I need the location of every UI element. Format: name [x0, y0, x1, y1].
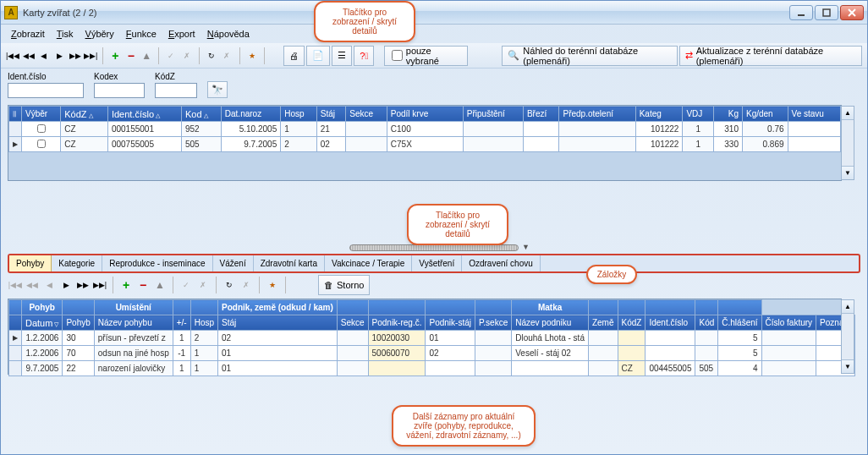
- col-sekce[interactable]: Sekce: [346, 107, 387, 122]
- main-toolbar: |◀◀ ◀◀ ◀ ▶ ▶▶ ▶▶| + − ▲ ✓ ✗ ↻ ✗ ★ 🖨 📄 ☰ …: [1, 43, 867, 69]
- table-row[interactable]: ▶ CZ 000755005 505 9.7.2005 2 02 C75X 10…: [9, 137, 841, 152]
- dcol-kod[interactable]: Kód: [695, 315, 718, 331]
- tab-pohyby[interactable]: Pohyby: [9, 255, 52, 271]
- ident-input[interactable]: [8, 83, 84, 98]
- terrain-update-button[interactable]: ⇄Aktualizace z terénní databáze (plemená…: [679, 46, 862, 66]
- nav-next-page[interactable]: ▶▶: [69, 47, 82, 64]
- dcol-hosp[interactable]: Hosp: [190, 315, 217, 331]
- help-button[interactable]: ?⃒: [354, 46, 374, 66]
- update-icon: ⇄: [685, 50, 693, 61]
- callout-records: Další záznamy pro aktuální zvíře (pohyby…: [392, 405, 536, 447]
- dcol-datum[interactable]: Datum▽: [22, 315, 63, 331]
- export-button[interactable]: 📄: [306, 46, 330, 66]
- menu-napoveda[interactable]: Nápověda: [202, 27, 255, 41]
- col-datnaroz[interactable]: Dat.naroz: [221, 107, 280, 122]
- nav-prev[interactable]: ◀: [37, 47, 51, 64]
- d-refresh-icon[interactable]: ↻: [222, 277, 237, 293]
- col-predp[interactable]: Předp.otelení: [559, 107, 635, 122]
- nav-prev-page[interactable]: ◀◀: [21, 47, 35, 64]
- storno-button[interactable]: 🗑Storno: [318, 275, 370, 295]
- maximize-button[interactable]: [815, 5, 838, 20]
- tab-vysetreni[interactable]: Vyšetření: [412, 255, 462, 271]
- d-nav-last[interactable]: ▶▶|: [92, 277, 107, 293]
- dcol-npod[interactable]: Název podniku: [512, 315, 589, 331]
- col-indicator[interactable]: ⦀: [9, 107, 22, 122]
- nav-next[interactable]: ▶: [52, 47, 66, 64]
- menu-funkce[interactable]: Funkce: [121, 27, 162, 41]
- dcol-psekce[interactable]: P.sekce: [475, 315, 511, 331]
- col-ident[interactable]: Ident.číslo△: [107, 107, 181, 122]
- print-button[interactable]: 🖨: [283, 46, 305, 66]
- d-bookmark-icon[interactable]: ★: [265, 277, 280, 293]
- d-nav-next[interactable]: ▶: [58, 277, 74, 293]
- col-kgden[interactable]: Kg/den: [742, 107, 788, 122]
- binoculars-icon: 🔭: [212, 85, 223, 96]
- vscroll-detail[interactable]: ▲▼: [841, 299, 854, 374]
- table-row[interactable]: 9.7.2005 22 narození jalovičky 1 1 01 CZ…: [9, 361, 855, 376]
- minimize-button[interactable]: [789, 5, 813, 20]
- main-grid[interactable]: ⦀ Výběr KódZ△ Ident.číslo△ Kod△ Dat.naro…: [8, 105, 842, 181]
- dcol-pohyb[interactable]: Pohyb: [63, 315, 94, 331]
- kodz-input[interactable]: [155, 83, 197, 98]
- col-brezi[interactable]: Březí: [523, 107, 559, 122]
- col-vest[interactable]: Ve stavu: [788, 107, 840, 122]
- d-delete-button[interactable]: −: [135, 277, 151, 293]
- dcol-ident[interactable]: Ident.číslo: [646, 315, 695, 331]
- only-selected-checkbox[interactable]: pouze vybrané: [384, 46, 468, 66]
- menu-export[interactable]: Export: [163, 27, 201, 41]
- nav-first[interactable]: |◀◀: [6, 47, 19, 64]
- nav-last[interactable]: ▶▶|: [84, 47, 97, 64]
- tab-kategorie[interactable]: Kategorie: [52, 255, 102, 271]
- dcol-sekce[interactable]: Sekce: [337, 315, 368, 331]
- table-row[interactable]: ▶ 1.2.2006 30 přísun - převzetí z 1 2 02…: [9, 331, 855, 346]
- tab-vakcinace[interactable]: Vakcinace / Terapie: [325, 255, 412, 271]
- confirm-icon: ✓: [164, 47, 178, 64]
- menu-tisk[interactable]: Tisk: [52, 27, 79, 41]
- col-kodz[interactable]: KódZ△: [61, 107, 108, 122]
- dcol-nazev[interactable]: Název pohybu: [94, 315, 173, 331]
- col-staj[interactable]: Stáj: [316, 107, 346, 122]
- menu-vybery[interactable]: Výběry: [80, 27, 119, 41]
- d-edit-button[interactable]: ▲: [152, 277, 168, 293]
- vscroll-main[interactable]: ▲▼: [841, 106, 854, 180]
- col-kod[interactable]: Kod△: [181, 107, 221, 122]
- search-button[interactable]: 🔭: [207, 81, 228, 98]
- kodex-label: Kodex: [94, 72, 145, 81]
- dcol-cf[interactable]: Číslo faktury: [761, 315, 816, 331]
- d-undo-icon: ✗: [239, 277, 254, 293]
- tab-zdravotni[interactable]: Zdravotní karta: [254, 255, 325, 271]
- d-nav-next-page[interactable]: ▶▶: [75, 277, 91, 293]
- col-kg[interactable]: Kg: [714, 107, 743, 122]
- close-button[interactable]: [840, 5, 864, 20]
- edit-button[interactable]: ▲: [140, 47, 153, 64]
- detail-grid[interactable]: Pohyb Umístění Podnik, země (odkud / kam…: [8, 299, 842, 375]
- details-toggle-button[interactable]: ☰: [332, 46, 352, 66]
- bookmark-icon[interactable]: ★: [245, 47, 259, 64]
- col-kateg[interactable]: Kateg: [635, 107, 683, 122]
- refresh-icon[interactable]: ↻: [205, 47, 218, 64]
- dcol-pm[interactable]: +/-: [173, 315, 190, 331]
- delete-button[interactable]: −: [124, 47, 138, 64]
- dcol-pstaj[interactable]: Podnik-stáj: [426, 315, 475, 331]
- col-hosp[interactable]: Hosp: [281, 107, 317, 122]
- table-row[interactable]: 1.2.2006 70 odsun na jiné hosp -1 1 01 5…: [9, 346, 855, 361]
- add-button[interactable]: +: [108, 47, 122, 64]
- col-podil[interactable]: Podíl krve: [387, 107, 463, 122]
- table-row[interactable]: CZ 000155001 952 5.10.2005 1 21 C100 101…: [9, 122, 841, 137]
- tab-vazeni[interactable]: Vážení: [213, 255, 254, 271]
- dcol-preg[interactable]: Podnik-reg.č.: [368, 315, 426, 331]
- col-prip[interactable]: Připuštění: [463, 107, 523, 122]
- dcol-zeme[interactable]: Země: [588, 315, 618, 331]
- dcol-staj[interactable]: Stáj: [218, 315, 338, 331]
- cancel-icon: ✗: [180, 47, 194, 64]
- tab-ozdraveni[interactable]: Ozdravení chovu: [462, 255, 541, 271]
- d-add-button[interactable]: +: [118, 277, 134, 293]
- menu-zobrazit[interactable]: Zobrazit: [6, 27, 50, 41]
- tab-reprodukce[interactable]: Reprodukce - inseminace: [102, 255, 212, 271]
- col-vyber[interactable]: Výběr: [22, 107, 61, 122]
- dcol-kodz[interactable]: KódZ: [618, 315, 646, 331]
- terrain-view-button[interactable]: 🔍Náhled do terénní databáze (plemenáři): [502, 46, 677, 66]
- dcol-ch[interactable]: Č.hlášení: [718, 315, 761, 331]
- col-vdj[interactable]: VDJ: [683, 107, 714, 122]
- kodex-input[interactable]: [94, 83, 145, 98]
